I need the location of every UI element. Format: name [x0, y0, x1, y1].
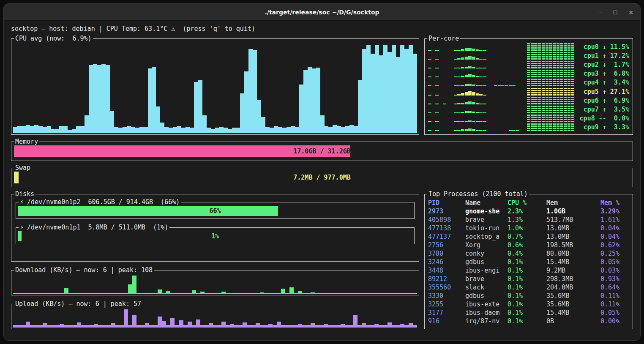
bar — [366, 45, 371, 133]
bar — [230, 324, 234, 328]
bar — [374, 293, 379, 294]
bar — [571, 43, 574, 51]
minimize-icon[interactable]: – — [599, 9, 602, 15]
bar — [362, 323, 366, 328]
process-cell: 0.1% — [508, 292, 546, 300]
close-icon[interactable]: × — [628, 9, 633, 15]
bar — [465, 48, 468, 51]
bar — [312, 68, 316, 133]
core-row: cpu8 -- 0.0% — [428, 114, 629, 123]
bar — [509, 85, 512, 86]
bar — [546, 79, 549, 86]
bar — [531, 97, 534, 104]
process-cell: 3177 — [428, 309, 465, 317]
core-label: cpu8 -- 0.0% — [578, 115, 629, 122]
bar — [170, 293, 175, 294]
app-window: ./target/release/soc ~/D/G/socktop – □ ×… — [3, 3, 641, 341]
bar — [328, 293, 332, 294]
bar — [553, 70, 556, 77]
bar — [454, 112, 457, 113]
bar — [428, 76, 431, 77]
process-cell: gdbus — [465, 258, 508, 266]
process-cell: 1.0% — [508, 224, 546, 232]
bar — [319, 293, 324, 294]
bar — [34, 325, 38, 328]
process-cell: 0.62% — [600, 241, 630, 249]
processes-panel: Top Processes (2100 total) PIDNameCPU %M… — [424, 194, 633, 329]
bar — [196, 319, 200, 328]
bar — [306, 325, 311, 328]
bar — [546, 88, 549, 96]
bar — [472, 112, 475, 113]
bar — [226, 293, 230, 294]
bar — [273, 325, 277, 328]
bar — [302, 325, 306, 328]
process-cell: 1.61% — [600, 216, 630, 224]
bar — [468, 111, 472, 113]
bar — [136, 293, 141, 294]
bar — [22, 293, 26, 294]
bar — [549, 106, 552, 113]
bar — [362, 49, 366, 133]
maximize-icon[interactable]: □ — [613, 10, 617, 14]
core-row: cpu9 ↑ 3.3% — [428, 123, 629, 131]
bar — [396, 325, 400, 328]
gauge-label: 1% — [18, 231, 412, 241]
process-col-header: Name — [465, 199, 508, 207]
bar — [538, 106, 541, 113]
bar — [472, 67, 475, 69]
bar — [527, 123, 530, 131]
cpu-avg-chart — [13, 45, 417, 133]
bar — [443, 104, 446, 104]
bar — [158, 289, 162, 294]
bar — [124, 309, 128, 328]
per-core-rows: cpu0 ↓ 11.5%cpu1 ↑ 17.2%cpu2 ↓ 1.7%cpu3 … — [428, 43, 629, 131]
bar — [183, 325, 188, 328]
bar — [546, 43, 549, 51]
bar — [30, 293, 34, 294]
bar — [22, 325, 26, 328]
bar — [454, 104, 457, 104]
bar — [354, 126, 358, 133]
bar — [428, 68, 431, 68]
process-cell: 3780 — [428, 249, 465, 258]
bar — [72, 129, 76, 133]
process-cell: 2973 — [428, 207, 465, 216]
bar — [149, 293, 153, 294]
bar — [553, 52, 556, 60]
download-chart — [13, 276, 417, 294]
bar — [308, 67, 312, 133]
bar — [560, 79, 563, 86]
core-row: cpu7 ↑ 3.5% — [428, 105, 629, 114]
window-title: ./target/release/soc ~/D/G/socktop — [265, 9, 379, 16]
bar — [527, 79, 530, 86]
bar — [534, 106, 538, 113]
process-col-header: Mem % — [600, 199, 630, 207]
bar — [428, 104, 431, 104]
process-cell: 35.6MB — [546, 292, 600, 300]
bar — [483, 76, 486, 77]
bar — [553, 88, 556, 96]
disks-title: Disks — [14, 190, 35, 198]
bar — [542, 70, 545, 77]
top-row: CPU avg (now: 6.9%) Per-core cpu0 ↓ 11.5… — [11, 38, 633, 135]
core-row: cpu5 ↑ 27.1% — [428, 87, 629, 96]
titlebar[interactable]: ./target/release/soc ~/D/G/socktop – □ × — [4, 4, 640, 21]
bar — [560, 52, 563, 60]
bar — [209, 323, 213, 328]
bar — [479, 68, 483, 68]
bar — [302, 293, 306, 294]
bar — [549, 61, 552, 68]
gauge-label: 7.2MB / 977.0MB — [14, 172, 19, 183]
bar — [468, 48, 472, 51]
bar — [560, 115, 563, 122]
bar — [465, 102, 468, 104]
bar — [68, 130, 72, 133]
bar — [93, 64, 97, 133]
bar — [542, 61, 545, 68]
bar — [534, 52, 538, 60]
process-table: PIDNameCPU %MemMem %2973gnome-she2.3%1.0… — [428, 199, 630, 327]
bar — [483, 95, 486, 96]
bar — [516, 130, 519, 131]
bar — [324, 293, 328, 294]
